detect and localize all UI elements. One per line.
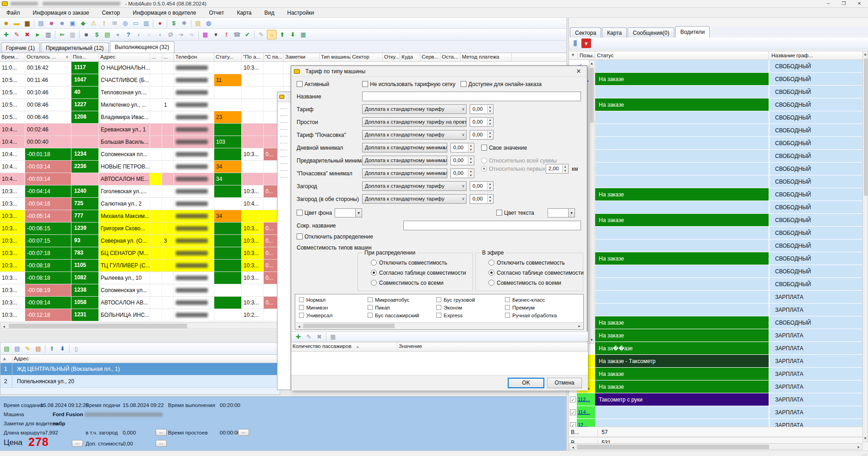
resize-grip[interactable]: ⣠⣴ <box>861 452 867 456</box>
drivers-hscrollbar[interactable]: ◂▸ <box>569 443 863 450</box>
online-order-checkbox[interactable] <box>461 81 467 87</box>
document-icon[interactable]: ▤ <box>36 18 46 28</box>
orders-column-Заметки[interactable]: Заметки <box>284 53 320 61</box>
field-select-1[interactable]: Доплата к стандартному тарифу на простои… <box>362 117 467 127</box>
drivers-status-column[interactable]: Статус <box>595 51 769 60</box>
car-type-checkbox-Бус пассажирский[interactable] <box>368 313 373 318</box>
air-radio-0[interactable] <box>488 260 494 266</box>
add-row-icon[interactable]: ✚ <box>293 332 303 342</box>
driver-row[interactable]: СВОБОДНЫЙ <box>569 163 868 175</box>
car-type-checkbox-Минивэн[interactable] <box>299 305 304 310</box>
name-input[interactable] <box>362 92 581 101</box>
orders-column-Серв[interactable]: Серв... <box>420 53 440 61</box>
orders-column-Отку[interactable]: Отку... <box>383 53 400 61</box>
spinner-buttons[interactable]: ▲▼ <box>487 131 493 139</box>
half-icon[interactable]: ◖ <box>155 30 165 39</box>
car-type-checkbox-Премиум[interactable] <box>505 305 510 310</box>
ok-button[interactable]: OK <box>508 378 544 388</box>
field-spinner-2[interactable]: 0,00▲▼ <box>470 130 494 140</box>
monitor-icon[interactable]: ▣ <box>68 18 77 28</box>
remove-address-icon[interactable]: ▤ <box>33 344 43 353</box>
orders-column-Типмашины[interactable]: Тип машины <box>320 53 351 61</box>
deny-icon[interactable]: Ø <box>166 30 175 39</box>
driver-row[interactable]: СВОБОДНЫЙ <box>569 111 868 124</box>
driver-row[interactable]: СВОБОДНЫЙ <box>569 227 868 239</box>
circle2-icon[interactable]: ○ <box>145 30 154 39</box>
globe-icon[interactable]: ◍ <box>204 18 213 28</box>
field-spinner-6[interactable]: 0,00▲▼ <box>470 181 494 191</box>
pencil-icon[interactable]: ✎ <box>256 30 266 39</box>
car-type-checkbox-Эконом[interactable] <box>436 305 441 310</box>
money-doc-icon[interactable]: $ <box>92 30 102 39</box>
text-color-checkbox[interactable] <box>496 210 502 216</box>
spinner-buttons[interactable]: ▲▼ <box>468 144 473 152</box>
short-name-input[interactable] <box>403 221 581 230</box>
minimize-button[interactable]: ─ <box>820 0 836 7</box>
up-icon[interactable]: ⬆ <box>277 30 287 39</box>
driver-row[interactable]: СВОБОДНЫЙ <box>569 124 868 137</box>
idle-dots-button[interactable]: ... <box>238 429 249 436</box>
db-gray-icon[interactable]: ▥ <box>68 30 77 39</box>
menu-item-Сектор[interactable]: Сектор <box>96 8 126 18</box>
price-dots-button[interactable]: ... <box>72 440 83 447</box>
driver-row[interactable]: На заказеСВОБОДНЫЙ <box>569 252 868 265</box>
taxi-icon[interactable]: ▬ <box>12 18 22 28</box>
driver-link[interactable]: 12... <box>577 419 595 427</box>
edit-row-icon[interactable]: ✎ <box>304 332 314 342</box>
menu-item-Файл[interactable]: Файл <box>0 8 27 18</box>
color-grid-icon[interactable]: ▦ <box>201 30 210 39</box>
field-spinner-0[interactable]: 0,00▲▼ <box>470 104 494 114</box>
driver-row[interactable]: На заказеЗАРПЛАТА <box>569 329 868 342</box>
field-spinner-4[interactable]: 0,00▲▼ <box>450 156 474 165</box>
driver-row[interactable]: ✓114...ЗАРПЛАТА <box>569 406 868 419</box>
compass-icon[interactable]: ◎ <box>120 18 130 28</box>
driver-row[interactable]: СВОБОДНЫЙ <box>569 265 868 278</box>
car-types-hscrollbar[interactable]: ◂▸ <box>296 322 583 329</box>
bg-color-checkbox[interactable] <box>297 210 303 216</box>
relative-total-radio[interactable] <box>481 157 487 163</box>
stop-icon[interactable]: ● <box>155 18 165 28</box>
bg-color-dropdown-icon[interactable]: ▼ <box>356 208 362 217</box>
car-type-checkbox-Микроавтобус[interactable] <box>368 297 373 302</box>
distribution-radio-2[interactable] <box>371 280 377 286</box>
driver-row[interactable]: На заказеСВОБОДНЫЙ <box>569 214 868 227</box>
driver-checkbox[interactable]: ✓ <box>570 396 576 402</box>
no-tariff-grid-checkbox[interactable] <box>362 81 368 87</box>
db-delete-icon[interactable]: ✖ <box>22 30 32 39</box>
disable-distribution-checkbox[interactable] <box>297 233 303 239</box>
driver-row[interactable]: 08...На заказе - ТаксометрЗАРПЛАТА <box>569 355 868 368</box>
rating-down-icon[interactable]: ▼ <box>581 38 591 48</box>
field-spinner-3[interactable]: 0,00▲▼ <box>450 143 474 152</box>
tab-Водители[interactable]: Водители <box>675 26 710 38</box>
driver-row[interactable]: СВОБОДНЫЙ <box>569 278 868 291</box>
air-radio-2[interactable] <box>488 280 494 286</box>
driver-row[interactable]: ✓12...ЗАРПЛАТА <box>569 419 868 427</box>
car-type-checkbox-Пикап[interactable] <box>368 305 373 310</box>
field-select-2[interactable]: Доплата к стандартному тарифу∨ <box>362 130 467 140</box>
field-select-6[interactable]: Доплата к стандартному тарифу∨ <box>362 181 467 191</box>
orders-column-Методплатежа[interactable]: Метод платежа <box>461 53 512 61</box>
driver-row[interactable]: ✓111...На заказеЗАРПЛАТА <box>569 380 868 393</box>
driver-row[interactable]: ✓10...На заказеЗАРПЛАТА <box>569 368 868 380</box>
spinner-buttons[interactable]: ▲▼ <box>468 157 473 164</box>
orders-column-Куда[interactable]: Куда <box>400 53 420 61</box>
db-run-icon[interactable]: ► <box>33 30 43 39</box>
driver-row[interactable]: СВОБОДНЫЙ <box>569 239 868 252</box>
active-checkbox[interactable] <box>297 81 303 87</box>
air-radio-1[interactable] <box>488 270 494 276</box>
operator-icon[interactable]: ☻ <box>1 18 11 28</box>
field-select-7[interactable]: Доплата к стандартному тарифу∨ <box>362 194 467 204</box>
driver-row[interactable]: На заказеСВОБОДНЫЙ <box>569 98 868 111</box>
distribution-radio-1[interactable] <box>371 270 377 276</box>
tab-Сообщения(0)[interactable]: Сообщения(0) <box>628 27 674 38</box>
check-icon[interactable]: ✔ <box>243 30 252 39</box>
menu-item-Информация о заказе[interactable]: Информация о заказе <box>27 8 96 18</box>
field-select-5[interactable]: Доплата к стандартному минимал∨ <box>362 168 447 178</box>
lamp-icon[interactable]: ☼ <box>267 30 277 39</box>
monitor2-icon[interactable]: ▥ <box>141 18 151 28</box>
car-type-checkbox-Бус грузовой[interactable] <box>436 297 441 302</box>
spinner-buttons[interactable]: ▲▼ <box>468 169 473 177</box>
driver-row[interactable]: СВОБОДНЫЙ <box>569 86 868 98</box>
delete-row-icon[interactable]: ✖ <box>315 332 324 342</box>
field-select-0[interactable]: Доплата к стандартному тарифу∨ <box>362 104 467 114</box>
